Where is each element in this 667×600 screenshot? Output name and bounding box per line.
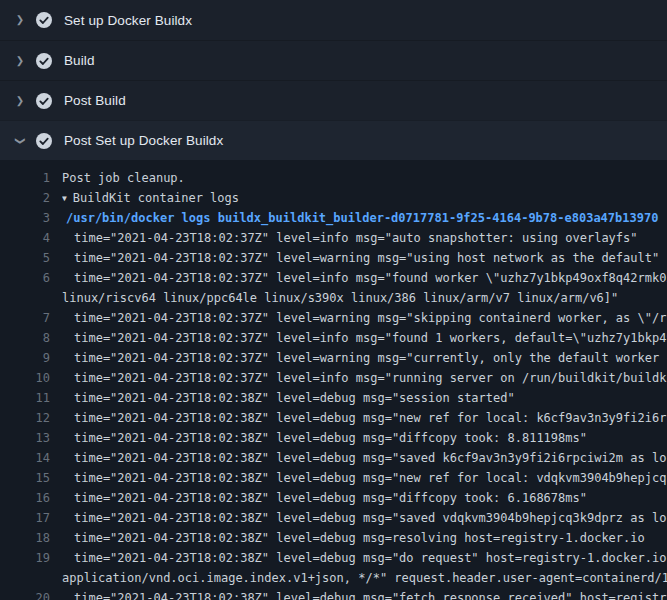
- log-line-number[interactable]: 14: [0, 448, 50, 468]
- log-line-text: linux/riscv64 linux/ppc64le linux/s390x …: [62, 288, 667, 308]
- log-line-number[interactable]: 5: [0, 248, 50, 268]
- log-line: 20 time="2021-04-23T18:02:38Z" level=deb…: [0, 588, 667, 600]
- step-list: ❯ Set up Docker Buildx ❯ Build ❯ Post Bu: [0, 0, 667, 160]
- log-line: 10 time="2021-04-23T18:02:37Z" level=inf…: [0, 368, 667, 388]
- log-line: 12 time="2021-04-23T18:02:38Z" level=deb…: [0, 408, 667, 428]
- chevron-icon: ❯: [12, 15, 28, 25]
- log-line: 11 time="2021-04-23T18:02:38Z" level=deb…: [0, 388, 667, 408]
- log-line-number[interactable]: 19: [0, 548, 50, 568]
- log-line-number[interactable]: 18: [0, 528, 50, 548]
- step-title: Build: [64, 53, 95, 68]
- log-line-text: time="2021-04-23T18:02:37Z" level=info m…: [62, 268, 667, 288]
- log-line-number[interactable]: 11: [0, 388, 50, 408]
- log-line-text: time="2021-04-23T18:02:37Z" level=warnin…: [62, 248, 667, 268]
- step-title: Set up Docker Buildx: [64, 13, 192, 28]
- log-line-number[interactable]: 1: [0, 168, 50, 188]
- log-line: 1 Post job cleanup.: [0, 168, 667, 188]
- log-line-text: time="2021-04-23T18:02:38Z" level=debug …: [62, 588, 667, 600]
- log-line: 8 time="2021-04-23T18:02:37Z" level=info…: [0, 328, 667, 348]
- log-line-number[interactable]: 4: [0, 228, 50, 248]
- log-line-text: time="2021-04-23T18:02:38Z" level=debug …: [62, 548, 667, 568]
- log-line-number[interactable]: 16: [0, 488, 50, 508]
- log-line-text: time="2021-04-23T18:02:37Z" level=info m…: [62, 368, 667, 388]
- log-line: 9 time="2021-04-23T18:02:37Z" level=warn…: [0, 348, 667, 368]
- log-line: 4 time="2021-04-23T18:02:37Z" level=info…: [0, 228, 667, 248]
- step-title: Post Build: [64, 93, 126, 108]
- log-line-number[interactable]: 6: [0, 268, 50, 288]
- log-line-number[interactable]: 17: [0, 508, 50, 528]
- log-line-text: time="2021-04-23T18:02:37Z" level=warnin…: [62, 348, 667, 368]
- log-line: 19 time="2021-04-23T18:02:38Z" level=deb…: [0, 548, 667, 568]
- log-line: linux/riscv64 linux/ppc64le linux/s390x …: [0, 288, 667, 308]
- log-line: 16 time="2021-04-23T18:02:38Z" level=deb…: [0, 488, 667, 508]
- log-line: 2 ▼BuildKit container logs: [0, 188, 667, 208]
- log-line-number[interactable]: 8: [0, 328, 50, 348]
- log-line: 13 time="2021-04-23T18:02:38Z" level=deb…: [0, 428, 667, 448]
- log-line-number[interactable]: 12: [0, 408, 50, 428]
- log-area: 1 Post job cleanup. 2 ▼BuildKit containe…: [0, 160, 667, 600]
- step-header-post-build[interactable]: ❯ Post Build: [0, 80, 667, 120]
- log-line: 18 time="2021-04-23T18:02:38Z" level=deb…: [0, 528, 667, 548]
- log-line-text: time="2021-04-23T18:02:38Z" level=debug …: [62, 448, 667, 468]
- log-line: 7 time="2021-04-23T18:02:37Z" level=warn…: [0, 308, 667, 328]
- step-header-set-up-docker-buildx[interactable]: ❯ Set up Docker Buildx: [0, 0, 667, 40]
- log-group-toggle-icon[interactable]: ▼: [62, 189, 67, 208]
- log-line-number[interactable]: [0, 288, 50, 308]
- log-line-text: time="2021-04-23T18:02:37Z" level=info m…: [62, 228, 667, 248]
- log-line: 15 time="2021-04-23T18:02:38Z" level=deb…: [0, 468, 667, 488]
- log-line-number[interactable]: 3: [0, 208, 50, 228]
- log-line: 6 time="2021-04-23T18:02:37Z" level=info…: [0, 268, 667, 288]
- log-line-text: time="2021-04-23T18:02:38Z" level=debug …: [62, 488, 667, 508]
- log-line-text: time="2021-04-23T18:02:38Z" level=debug …: [62, 528, 667, 548]
- log-line-text: time="2021-04-23T18:02:38Z" level=debug …: [62, 408, 667, 428]
- log-line-text: time="2021-04-23T18:02:37Z" level=warnin…: [62, 308, 667, 328]
- log-line-text: time="2021-04-23T18:02:38Z" level=debug …: [62, 388, 667, 408]
- log-line-number[interactable]: 15: [0, 468, 50, 488]
- step-title: Post Set up Docker Buildx: [64, 133, 223, 148]
- log-line: 5 time="2021-04-23T18:02:37Z" level=warn…: [0, 248, 667, 268]
- log-line: application/vnd.oci.image.index.v1+json,…: [0, 568, 667, 588]
- chevron-icon: ❯: [12, 56, 28, 66]
- github-actions-log-viewer: ❯ Set up Docker Buildx ❯ Build ❯ Post Bu: [0, 0, 667, 600]
- log-line: 14 time="2021-04-23T18:02:38Z" level=deb…: [0, 448, 667, 468]
- check-circle-icon: [36, 53, 52, 69]
- chevron-icon: ❯: [15, 133, 25, 149]
- check-circle-icon: [36, 93, 52, 109]
- log-line-number[interactable]: 13: [0, 428, 50, 448]
- step-header-post-set-up-docker-buildx[interactable]: ❯ Post Set up Docker Buildx: [0, 120, 667, 160]
- log-line-number[interactable]: 7: [0, 308, 50, 328]
- step-header-build[interactable]: ❯ Build: [0, 40, 667, 80]
- log-line-text: time="2021-04-23T18:02:38Z" level=debug …: [62, 508, 667, 528]
- log-line-number[interactable]: 20: [0, 588, 50, 600]
- log-line-number[interactable]: 9: [0, 348, 50, 368]
- chevron-icon: ❯: [12, 96, 28, 106]
- log-line-text: /usr/bin/docker logs buildx_buildkit_bui…: [62, 208, 667, 228]
- log-line: 3 /usr/bin/docker logs buildx_buildkit_b…: [0, 208, 667, 228]
- log-line-text: time="2021-04-23T18:02:38Z" level=debug …: [62, 468, 667, 488]
- log-line-text: application/vnd.oci.image.index.v1+json,…: [62, 568, 667, 588]
- log-line-text: time="2021-04-23T18:02:37Z" level=info m…: [62, 328, 667, 348]
- log-line-text: ▼BuildKit container logs: [62, 188, 667, 208]
- check-circle-icon: [36, 12, 52, 28]
- log-line-text: Post job cleanup.: [62, 168, 667, 188]
- log-line-text: time="2021-04-23T18:02:38Z" level=debug …: [62, 428, 667, 448]
- log-line-number[interactable]: [0, 568, 50, 588]
- log-line: 17 time="2021-04-23T18:02:38Z" level=deb…: [0, 508, 667, 528]
- check-circle-icon: [36, 133, 52, 149]
- log-line-number[interactable]: 10: [0, 368, 50, 388]
- log-line-number[interactable]: 2: [0, 188, 50, 208]
